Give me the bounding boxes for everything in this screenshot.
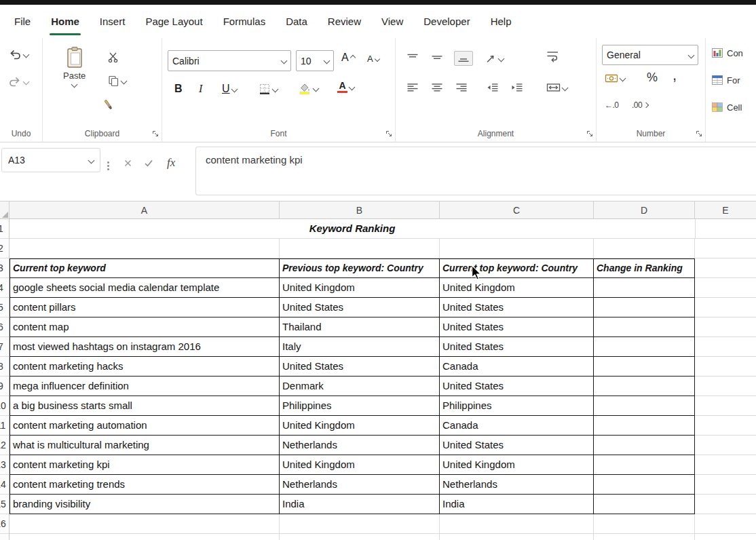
cell-change[interactable] [594,317,695,337]
cell-change[interactable] [594,357,695,377]
cell-keyword[interactable]: content marketing automation [10,416,280,436]
cell-change[interactable] [594,455,695,475]
cell-keyword[interactable]: mega influencer definition [10,377,280,396]
column-header-d[interactable]: D [594,201,695,218]
paste-button[interactable]: Paste [63,46,86,87]
cell-previous-country[interactable]: Italy [280,337,440,357]
cell[interactable] [695,534,756,540]
cell-previous-country[interactable]: Philippines [280,396,440,416]
cell[interactable] [695,239,756,258]
cell[interactable] [695,278,756,298]
cell[interactable] [594,534,695,540]
cell-current-country[interactable]: Canada [440,357,594,377]
accounting-format-button[interactable] [605,73,625,83]
cell-current-country[interactable]: United States [440,436,594,455]
row-header[interactable]: 3 [0,258,9,278]
cell-keyword[interactable]: most viewed hashtags on instagram 2016 [10,337,280,357]
cell-keyword[interactable]: content marketing kpi [10,455,280,475]
row-header[interactable]: 10 [0,396,9,416]
cell-change[interactable] [594,396,695,416]
decrease-font-button[interactable]: A [367,54,379,64]
cell-change[interactable] [594,475,695,495]
redo-button[interactable] [8,76,29,88]
cell-previous-country[interactable]: United States [280,298,440,317]
underline-button[interactable]: U [222,83,237,95]
header-cell[interactable]: Previous top keyword: Country [280,258,440,278]
cell-change[interactable] [594,298,695,317]
decrease-indent-button[interactable] [487,83,499,92]
cell-change[interactable] [594,495,695,514]
cut-button[interactable] [107,52,119,63]
ribbon-tab[interactable]: Insert [90,5,136,38]
column-header-a[interactable]: A [10,201,280,218]
font-name-select[interactable]: Calibri [168,50,291,71]
cell-previous-country[interactable]: United Kingdom [280,455,440,475]
cell[interactable] [695,416,756,436]
ribbon-tab[interactable]: Page Layout [135,5,212,38]
middle-align-button[interactable] [431,53,443,62]
sheet-title-cell[interactable]: Keyword Ranking [10,219,695,239]
cell-keyword[interactable]: branding visibility [10,495,280,514]
ribbon-tab[interactable]: Developer [413,5,480,38]
cell-previous-country[interactable]: Netherlands [280,436,440,455]
cell[interactable] [695,495,756,514]
row-header[interactable]: 13 [0,455,9,475]
column-header-c[interactable]: C [440,201,594,218]
cell-current-country[interactable]: United States [440,317,594,337]
cell[interactable] [10,534,280,540]
row-header[interactable]: 5 [0,298,9,317]
cell-change[interactable] [594,278,695,298]
cell-previous-country[interactable]: India [280,495,440,514]
align-left-button[interactable] [407,83,419,92]
cell-current-country[interactable]: United States [440,337,594,357]
cell-keyword[interactable]: google sheets social media calendar temp… [10,278,280,298]
merge-center-button[interactable] [546,83,567,92]
cell[interactable] [695,377,756,396]
cell-keyword[interactable]: content pillars [10,298,280,317]
wrap-text-button[interactable] [546,50,559,62]
cell-change[interactable] [594,436,695,455]
number-format-select[interactable]: General [602,45,698,65]
formula-input[interactable]: content marketing kpi [195,147,756,195]
cell[interactable] [280,514,440,534]
cell-keyword[interactable]: what is multicultural marketing [10,436,280,455]
header-cell[interactable]: Current top keyword [10,258,280,278]
cell[interactable] [695,396,756,416]
decrease-decimal-button[interactable]: .00 [632,100,648,110]
percent-style-button[interactable]: % [647,71,658,85]
row-header[interactable]: 11 [0,416,9,436]
row-header[interactable]: 6 [0,317,9,337]
header-cell[interactable]: Change in Ranking [594,258,695,278]
cell-current-country[interactable]: India [440,495,594,514]
cell-current-country[interactable]: United Kingdom [440,278,594,298]
alignment-dialog-launcher[interactable] [586,130,593,137]
comma-style-button[interactable]: , [673,66,677,84]
ribbon-tab[interactable]: Home [41,5,90,38]
cell[interactable] [594,514,695,534]
font-color-button[interactable]: A [337,81,354,93]
cell[interactable] [695,436,756,455]
insert-function-button[interactable]: fx [167,156,175,170]
cell[interactable] [695,317,756,337]
ribbon-tab[interactable]: View [371,5,413,38]
cell-current-country[interactable]: Netherlands [440,475,594,495]
row-header[interactable]: 4 [0,278,9,298]
cell-previous-country[interactable]: Thailand [280,317,440,337]
cell[interactable] [280,239,440,258]
increase-font-button[interactable]: A [341,52,355,64]
cell-keyword[interactable]: content marketing hacks [10,357,280,377]
top-align-button[interactable] [407,53,419,62]
cell-previous-country[interactable]: Denmark [280,377,440,396]
cell[interactable] [594,239,695,258]
cell[interactable] [695,475,756,495]
column-header-b[interactable]: B [280,201,440,218]
cell[interactable] [440,534,594,540]
row-header[interactable]: 8 [0,357,9,377]
name-box-drag-handle[interactable] [107,160,109,172]
clipboard-dialog-launcher[interactable] [152,130,159,137]
cell[interactable] [695,298,756,317]
cell[interactable] [695,219,756,239]
row-header[interactable]: 14 [0,475,9,495]
name-box[interactable]: A13 [1,148,100,172]
row-header[interactable]: 2 [0,239,9,258]
